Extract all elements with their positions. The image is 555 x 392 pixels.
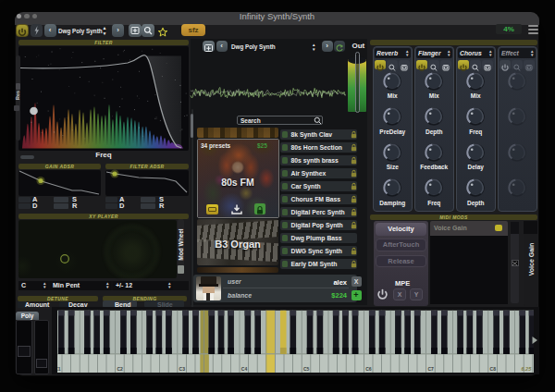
svg-text:6.25: 6.25 xyxy=(522,366,533,372)
svg-text:C3: C3 xyxy=(179,366,186,372)
svg-text:C5: C5 xyxy=(303,366,310,372)
svg-text:C4: C4 xyxy=(241,366,248,372)
svg-text:C6: C6 xyxy=(365,366,372,372)
svg-text:C2: C2 xyxy=(117,366,123,372)
svg-text:C8: C8 xyxy=(490,366,497,372)
svg-text:C7: C7 xyxy=(427,366,434,372)
